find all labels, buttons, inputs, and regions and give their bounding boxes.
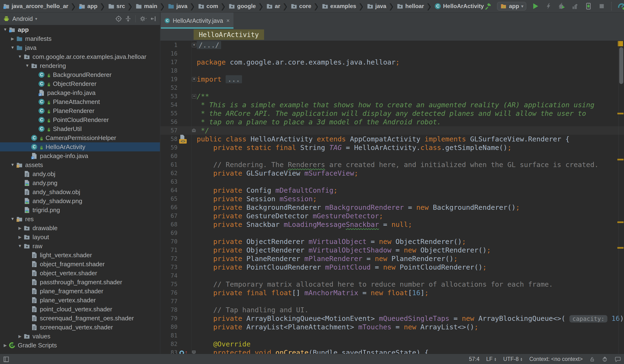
run-configuration-select[interactable]: app▾	[497, 2, 526, 10]
chevron-expanded-icon[interactable]: ▼	[24, 63, 31, 68]
related-layout-icon[interactable]: <>	[179, 139, 187, 144]
tree-item-light-vertex-shader[interactable]: light_vertex.shader	[0, 251, 160, 260]
code-line-73[interactable]: 73 private PointCloudRenderer mPointClou…	[160, 263, 624, 271]
instant-run-button[interactable]	[544, 2, 553, 10]
tree-item-andy-shadow-png[interactable]: andy_shadow.png	[0, 196, 160, 206]
code-line-19[interactable]: 19+import ...	[160, 75, 624, 83]
tree-item-passthrough-fragment-shader[interactable]: passthrough_fragment.shader	[0, 278, 160, 287]
close-icon[interactable]: ×	[226, 18, 230, 24]
tree-item-pointcloudrenderer[interactable]: CPointCloudRenderer	[0, 115, 160, 124]
chevron-expanded-icon[interactable]: ▼	[9, 162, 16, 167]
tree-item-point-cloud-vertex-shader[interactable]: point_cloud_vertex.shader	[0, 305, 160, 314]
code-line-52[interactable]: 52	[160, 83, 624, 92]
tree-item-planeattachment[interactable]: CPlaneAttachment	[0, 97, 160, 106]
tree-item-drawable[interactable]: ▶drawable	[0, 224, 160, 233]
tree-item-backgroundrenderer[interactable]: CBackgroundRenderer	[0, 70, 160, 79]
toolwindow-toggle-icon[interactable]	[3, 356, 9, 363]
code-line-58[interactable]: 58<>public class HelloArActivity extends…	[160, 135, 624, 143]
chevron-expanded-icon[interactable]: ▼	[17, 244, 23, 248]
code-line-54[interactable]: 54 * This is a simple example that shows…	[160, 101, 624, 109]
encoding-widget[interactable]: UTF-8▲▼	[503, 356, 523, 362]
highlighting-level-icon[interactable]	[602, 356, 608, 363]
code-line-17[interactable]: 17package com.google.ar.core.examples.ja…	[160, 58, 624, 66]
code-line-64[interactable]: 64 private Config mDefaultConfig;	[160, 186, 624, 195]
code-line-61[interactable]: 61 // Rendering. The Renderers are creat…	[160, 160, 624, 169]
tree-item-screenquad-vertex-shader[interactable]: screenquad_vertex.shader	[0, 323, 160, 332]
tree-item-gradle-scripts[interactable]: ▶Gradle Scripts	[0, 341, 160, 350]
error-stripe-mark[interactable]	[617, 113, 624, 114]
project-view-selector[interactable]: Android	[12, 15, 33, 22]
gear-icon[interactable]	[139, 15, 148, 22]
tree-item-manifests[interactable]: ▶manifests	[0, 34, 160, 43]
tree-item-andy-shadow-obj[interactable]: andy_shadow.obj	[0, 187, 160, 196]
tree-item-rendering[interactable]: ▼rendering	[0, 61, 160, 70]
tree-item-screenquad-fragment-oes-shader[interactable]: screenquad_fragment_oes.shader	[0, 314, 160, 323]
breadcrumb-item-google[interactable]: google	[228, 3, 256, 10]
debug-button[interactable]	[558, 2, 566, 10]
code-line-82[interactable]: 82 @Override	[160, 340, 624, 348]
tree-item-res[interactable]: ▼res	[0, 214, 160, 224]
tree-item-java[interactable]: ▼java	[0, 43, 160, 52]
tree-item-camerapermissionhelper[interactable]: CCameraPermissionHelper	[0, 133, 160, 142]
fold-marker-pentdown[interactable]: −	[192, 350, 196, 354]
code-line-53[interactable]: 53−/**	[160, 92, 624, 101]
hide-panel-icon[interactable]	[150, 15, 157, 22]
chevron-expanded-icon[interactable]: ▼	[9, 217, 16, 221]
breadcrumb-item-app[interactable]: app	[78, 3, 98, 10]
code-line-81[interactable]: 81	[160, 331, 624, 340]
avd-manager-button[interactable]	[617, 2, 624, 10]
code-line-70[interactable]: 70 private ObjectRenderer mVirtualObject…	[160, 237, 624, 246]
code-line-62[interactable]: 62 private GLSurfaceView mSurfaceView;	[160, 169, 624, 178]
code-line-76[interactable]: 76 private final float[] mAnchorMatrix =…	[160, 288, 624, 297]
code-line-77[interactable]: 77	[160, 297, 624, 306]
tree-item-assets[interactable]: ▼assets	[0, 160, 160, 169]
code-line-63[interactable]: 63	[160, 178, 624, 186]
chevron-collapsed-icon[interactable]: ▶	[17, 226, 23, 231]
tree-item-objectrenderer[interactable]: CObjectRenderer	[0, 79, 160, 88]
tree-item-package-info-java[interactable]: Jpackage-info.java	[0, 151, 160, 160]
breadcrumb-item-main[interactable]: main	[135, 3, 157, 10]
chevron-collapsed-icon[interactable]: ▶	[2, 343, 8, 348]
breadcrumb-item-src[interactable]: src	[108, 3, 125, 10]
tree-item-object-fragment-shader[interactable]: object_fragment.shader	[0, 260, 160, 269]
fold-marker-plus[interactable]: +	[192, 43, 196, 47]
code-line-65[interactable]: 65 private Session mSession;	[160, 195, 624, 203]
error-stripe-mark[interactable]	[617, 247, 624, 249]
code-line-18[interactable]: 18	[160, 66, 624, 75]
attach-debugger-button[interactable]	[584, 2, 593, 10]
editor-scrollbar[interactable]	[619, 47, 623, 84]
breadcrumb-item-java[interactable]: java	[366, 3, 387, 10]
chevron-expanded-icon[interactable]: ▼	[17, 54, 23, 59]
event-log-icon[interactable]	[615, 356, 621, 363]
code-line-68[interactable]: 68 private Snackbar mLoadingMessageSnack…	[160, 220, 624, 229]
chevron-collapsed-icon[interactable]: ▶	[17, 334, 23, 339]
breadcrumb-item-helloaractivity[interactable]: CHelloArActivity	[434, 3, 484, 10]
error-stripe-mark[interactable]	[617, 159, 624, 160]
tree-item-object-vertex-shader[interactable]: object_vertex.shader	[0, 269, 160, 278]
locate-file-icon[interactable]	[115, 15, 122, 22]
code-line-66[interactable]: 66 private BackgroundRenderer mBackgroun…	[160, 203, 624, 212]
fold-marker-plus[interactable]: +	[192, 77, 196, 81]
code-line-72[interactable]: 72 private PlaneRenderer mPlaneRenderer …	[160, 254, 624, 263]
editor-tab-helloaractivity[interactable]: C HelloArActivity.java ×	[161, 13, 234, 29]
code-line-57[interactable]: 57− */	[160, 126, 624, 135]
chevron-collapsed-icon[interactable]: ▶	[17, 235, 23, 240]
code-editor[interactable]: 1+/.../1617package com.google.ar.core.ex…	[160, 41, 624, 354]
chevron-expanded-icon[interactable]: ▼	[9, 45, 16, 50]
code-line-71[interactable]: 71 private ObjectRenderer mVirtualObject…	[160, 246, 624, 254]
breadcrumb-item-helloar[interactable]: helloar	[396, 3, 424, 10]
breadcrumb-item-ar[interactable]: ar	[266, 3, 280, 10]
code-line-83[interactable]: 83↑− protected void onCreate(Bundle save…	[160, 348, 624, 354]
unlock-icon[interactable]	[589, 356, 595, 362]
breadcrumb-item-core[interactable]: core	[290, 3, 311, 10]
breadcrumb-item-java[interactable]: java	[167, 3, 187, 10]
fold-marker-end[interactable]: −	[192, 128, 196, 132]
line-separator-widget[interactable]: LF▲▼	[486, 356, 496, 362]
context-widget[interactable]: Context: <no context>	[529, 356, 583, 362]
overrides-method-icon[interactable]	[179, 350, 184, 354]
breadcrumb-class[interactable]: HelloArActivity	[194, 29, 264, 40]
run-button[interactable]	[531, 2, 540, 10]
breadcrumb-item-com[interactable]: com	[198, 3, 218, 10]
code-line-67[interactable]: 67 private GestureDetector mGestureDetec…	[160, 212, 624, 220]
tree-item-andy-png[interactable]: andy.png	[0, 179, 160, 187]
